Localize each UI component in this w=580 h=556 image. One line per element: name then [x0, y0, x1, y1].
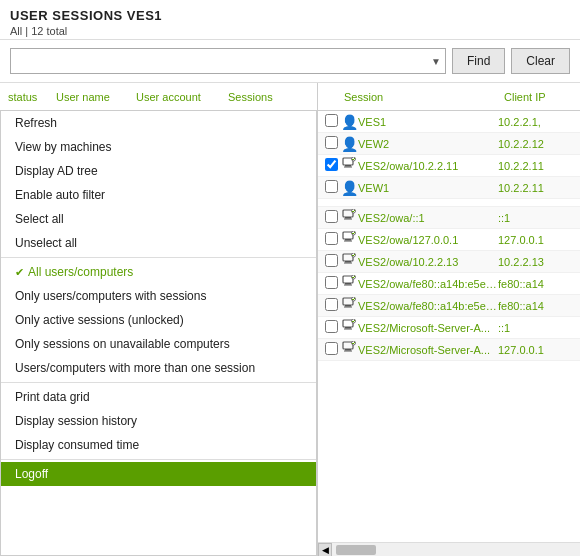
svg-rect-22: [344, 307, 352, 308]
session-row[interactable]: VES2/owa/10.2.2.1310.2.2.13: [318, 251, 580, 273]
col-header-username: User name: [52, 91, 132, 103]
svg-rect-21: [345, 305, 351, 307]
menu-item-refresh[interactable]: Refresh: [1, 111, 316, 135]
clear-button[interactable]: Clear: [511, 48, 570, 74]
dropdown-menu: RefreshView by machinesDisplay AD treeEn…: [0, 111, 317, 556]
session-rows: 👤VES110.2.2.1,👤VEW210.2.2.12VES2/owa/10.…: [318, 111, 580, 542]
computer-icon: [340, 157, 358, 174]
session-name: VES2/Microsoft-Server-A...: [358, 344, 498, 356]
menu-item-only-active[interactable]: Only active sessions (unlocked): [1, 308, 316, 332]
col-header-sessions: Sessions: [224, 91, 284, 103]
session-row[interactable]: 👤VEW110.2.2.11: [318, 177, 580, 199]
menu-item-only-unavailable[interactable]: Only sessions on unavailable computers: [1, 332, 316, 356]
find-button[interactable]: Find: [452, 48, 505, 74]
page-title: USER SESSIONS VES1: [10, 8, 570, 23]
client-ip: 10.2.2.11: [498, 160, 576, 172]
menu-item-print-data-grid[interactable]: Print data grid: [1, 385, 316, 409]
session-checkbox[interactable]: [322, 298, 340, 314]
session-name: VES2/owa/fe80::a14b:e5e:...: [358, 300, 498, 312]
scroll-left-btn[interactable]: ◀: [318, 543, 332, 557]
dropdown-arrow-icon[interactable]: ▼: [427, 56, 441, 67]
subtitle: All | 12 total: [10, 25, 570, 37]
right-panel: Session Client IP 👤VES110.2.2.1,👤VEW210.…: [318, 83, 580, 556]
session-checkbox[interactable]: [322, 136, 340, 152]
search-input-wrap[interactable]: ▼: [10, 48, 446, 74]
menu-item-display-session-history[interactable]: Display session history: [1, 409, 316, 433]
svg-rect-14: [344, 263, 352, 264]
person-icon: 👤: [340, 180, 358, 196]
svg-rect-17: [345, 283, 351, 285]
session-row[interactable]: 👤VEW210.2.2.12: [318, 133, 580, 155]
svg-rect-26: [344, 329, 352, 330]
left-col-headers: status User name User account Sessions: [0, 83, 317, 111]
left-panel: status User name User account Sessions R…: [0, 83, 318, 556]
menu-item-display-ad-tree[interactable]: Display AD tree: [1, 159, 316, 183]
menu-item-select-all[interactable]: Select all: [1, 207, 316, 231]
session-row[interactable]: VES2/owa/fe80::a14b:e5e:...fe80::a14: [318, 295, 580, 317]
client-ip: fe80::a14: [498, 300, 576, 312]
col-header-useraccount: User account: [132, 91, 224, 103]
session-checkbox[interactable]: [322, 210, 340, 226]
session-name: VES2/owa/::1: [358, 212, 498, 224]
computer-icon: [340, 231, 358, 248]
menu-separator: [1, 459, 316, 460]
computer-icon: [340, 253, 358, 270]
session-row[interactable]: 👤VES110.2.2.1,: [318, 111, 580, 133]
session-row[interactable]: VES2/owa/127.0.0.1127.0.0.1: [318, 229, 580, 251]
session-checkbox[interactable]: [322, 320, 340, 336]
computer-icon: [340, 209, 358, 226]
title-bar: USER SESSIONS VES1 All | 12 total: [0, 0, 580, 40]
main-container: USER SESSIONS VES1 All | 12 total ▼ Find…: [0, 0, 580, 556]
computer-icon: [340, 341, 358, 358]
col-header-status: status: [4, 91, 52, 103]
session-checkbox[interactable]: [322, 342, 340, 358]
svg-rect-13: [345, 261, 351, 263]
col-header-session: Session: [340, 91, 500, 103]
svg-rect-2: [344, 167, 352, 168]
computer-icon: [340, 275, 358, 292]
menu-item-all-users[interactable]: All users/computers: [1, 260, 316, 284]
menu-item-only-with-sessions[interactable]: Only users/computers with sessions: [1, 284, 316, 308]
content-area: status User name User account Sessions R…: [0, 83, 580, 556]
session-row[interactable]: VES2/owa/::1::1: [318, 207, 580, 229]
session-row[interactable]: VES2/Microsoft-Server-A...::1: [318, 317, 580, 339]
client-ip: ::1: [498, 322, 576, 334]
svg-rect-9: [345, 239, 351, 241]
session-checkbox[interactable]: [322, 232, 340, 248]
search-bar: ▼ Find Clear: [0, 40, 580, 83]
menu-item-logoff[interactable]: Logoff: [1, 462, 316, 486]
scrollbar-thumb[interactable]: [336, 545, 376, 555]
svg-rect-29: [345, 349, 351, 351]
client-ip: 127.0.0.1: [498, 234, 576, 246]
session-checkbox[interactable]: [322, 276, 340, 292]
session-name: VES2/owa/10.2.2.11: [358, 160, 498, 172]
session-checkbox[interactable]: [322, 158, 340, 174]
menu-item-unselect-all[interactable]: Unselect all: [1, 231, 316, 255]
session-checkbox[interactable]: [322, 180, 340, 196]
session-name: VES2/owa/10.2.2.13: [358, 256, 498, 268]
client-ip: 10.2.2.13: [498, 256, 576, 268]
menu-item-more-than-one[interactable]: Users/computers with more than one sessi…: [1, 356, 316, 380]
session-name: VEW1: [358, 182, 498, 194]
session-name: VES2/Microsoft-Server-A...: [358, 322, 498, 334]
session-name: VES2/owa/127.0.0.1: [358, 234, 498, 246]
session-row[interactable]: VES2/owa/10.2.2.1110.2.2.11: [318, 155, 580, 177]
session-checkbox[interactable]: [322, 114, 340, 130]
svg-rect-6: [344, 219, 352, 220]
person-icon: 👤: [340, 136, 358, 152]
svg-rect-30: [344, 351, 352, 352]
menu-item-view-by-machines[interactable]: View by machines: [1, 135, 316, 159]
col-header-clientip: Client IP: [500, 91, 576, 103]
session-row[interactable]: VES2/Microsoft-Server-A...127.0.0.1: [318, 339, 580, 361]
svg-rect-5: [345, 217, 351, 219]
session-checkbox[interactable]: [322, 254, 340, 270]
client-ip: 127.0.0.1: [498, 344, 576, 356]
session-row[interactable]: VES2/owa/fe80::a14b:e5e:...fe80::a14: [318, 273, 580, 295]
menu-item-display-consumed-time[interactable]: Display consumed time: [1, 433, 316, 457]
session-name: VES1: [358, 116, 498, 128]
h-scrollbar[interactable]: ◀: [318, 542, 580, 556]
session-name: VEW2: [358, 138, 498, 150]
search-input[interactable]: [15, 54, 427, 68]
menu-item-enable-auto-filter[interactable]: Enable auto filter: [1, 183, 316, 207]
menu-separator: [1, 382, 316, 383]
